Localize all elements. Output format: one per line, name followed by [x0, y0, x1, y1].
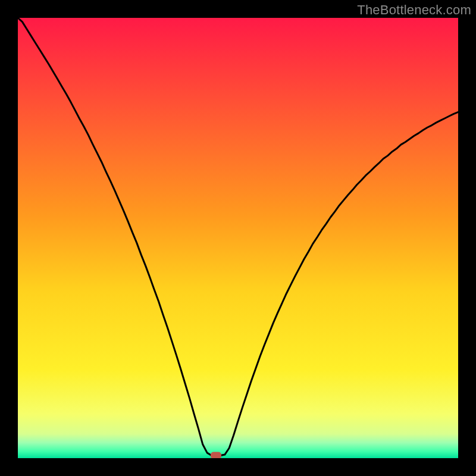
bottleneck-chart: [18, 18, 458, 458]
watermark-text: TheBottleneck.com: [357, 2, 471, 18]
gradient-background: [18, 18, 458, 458]
chart-container: TheBottleneck.com: [0, 0, 476, 476]
optimum-marker: [211, 452, 221, 458]
